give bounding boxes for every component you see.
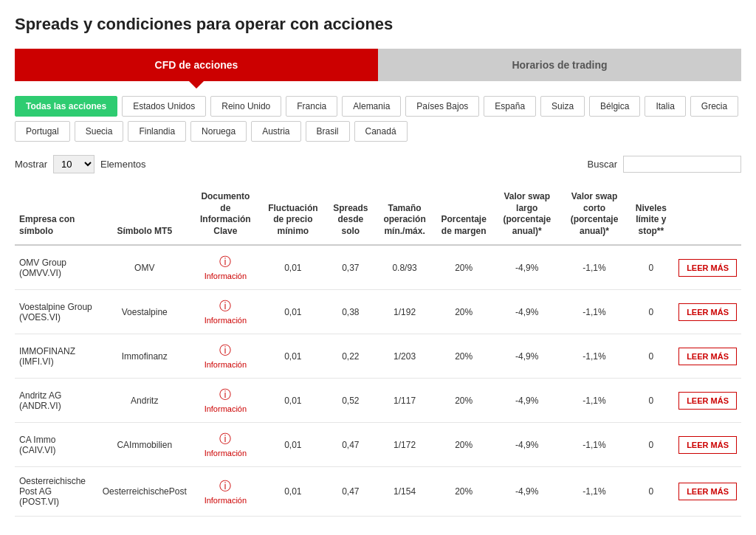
col-header-swap_corto: Valor swap corto (porcentaje anual)* xyxy=(560,184,628,245)
cell-empresa: Oesterreichische Post AG (POST.VI) xyxy=(15,467,98,517)
info-icon: ⓘ xyxy=(219,432,231,447)
filter-btn-todas[interactable]: Todas las acciones xyxy=(15,96,117,117)
filter-btn-canada[interactable]: Canadá xyxy=(354,121,408,142)
cell-empresa: IMMOFINANZ (IMFI.VI) xyxy=(15,334,98,379)
filter-btn-eeuu[interactable]: Estados Unidos xyxy=(122,96,206,117)
cell-spreads: 0,37 xyxy=(326,245,375,290)
cell-swap-largo: -4,9% xyxy=(493,423,560,467)
cell-empresa: OMV Group (OMVV.VI) xyxy=(15,245,98,290)
filter-btn-paises[interactable]: Países Bajos xyxy=(405,96,479,117)
cell-fluctuacion: 0,01 xyxy=(260,334,326,379)
show-select[interactable]: 102550100 xyxy=(53,155,94,173)
cell-swap-largo: -4,9% xyxy=(493,290,560,334)
cell-fluctuacion: 0,01 xyxy=(260,467,326,517)
cell-niveles: 0 xyxy=(628,245,674,290)
filter-btn-portugal[interactable]: Portugal xyxy=(15,121,70,142)
leer-mas-button[interactable]: LEER MÁS xyxy=(678,259,737,277)
cell-btn[interactable]: LEER MÁS xyxy=(674,334,741,379)
col-header-swap_largo: Valor swap largo (porcentaje anual)* xyxy=(493,184,560,245)
cell-niveles: 0 xyxy=(628,334,674,379)
info-text: Información xyxy=(205,496,247,505)
filter-btn-reino[interactable]: Reino Unido xyxy=(210,96,281,117)
controls-bar: Mostrar 102550100 Elementos Buscar xyxy=(15,155,741,173)
search-input[interactable] xyxy=(623,156,741,173)
info-link[interactable]: ⓘInformación xyxy=(196,343,255,369)
tab-horarios[interactable]: Horarios de trading xyxy=(378,49,741,81)
page-title: Spreads y condiciones para operar con ac… xyxy=(15,15,741,34)
cell-simbolo: Immofinanz xyxy=(98,334,191,379)
cell-btn[interactable]: LEER MÁS xyxy=(674,379,741,423)
cell-btn[interactable]: LEER MÁS xyxy=(674,290,741,334)
cell-empresa: CA Immo (CAIV.VI) xyxy=(15,423,98,467)
cell-empresa: Andritz AG (ANDR.VI) xyxy=(15,379,98,423)
cell-info: ⓘInformación xyxy=(191,379,260,423)
cell-niveles: 0 xyxy=(628,467,674,517)
filter-btn-belgica[interactable]: Bélgica xyxy=(589,96,640,117)
cell-porcentaje: 20% xyxy=(434,290,493,334)
cell-fluctuacion: 0,01 xyxy=(260,245,326,290)
info-link[interactable]: ⓘInformación xyxy=(196,432,255,458)
col-header-niveles: Niveles límite y stop** xyxy=(628,184,674,245)
col-header-accion xyxy=(674,184,741,245)
cell-btn[interactable]: LEER MÁS xyxy=(674,245,741,290)
cell-porcentaje: 20% xyxy=(434,467,493,517)
cell-porcentaje: 20% xyxy=(434,245,493,290)
info-icon: ⓘ xyxy=(219,387,231,403)
filter-btn-finlandia[interactable]: Finlandia xyxy=(128,121,186,142)
search-controls: Buscar xyxy=(588,156,741,173)
cell-spreads: 0,47 xyxy=(326,423,375,467)
col-header-documento: Documento de Información Clave xyxy=(191,184,260,245)
cell-spreads: 0,47 xyxy=(326,467,375,517)
filter-btn-francia[interactable]: Francia xyxy=(286,96,337,117)
col-header-simbolo: Símbolo MT5 xyxy=(98,184,191,245)
info-icon: ⓘ xyxy=(219,479,231,494)
cell-porcentaje: 20% xyxy=(434,334,493,379)
filter-btn-suiza[interactable]: Suiza xyxy=(540,96,585,117)
leer-mas-button[interactable]: LEER MÁS xyxy=(678,303,737,321)
leer-mas-button[interactable]: LEER MÁS xyxy=(678,436,737,454)
table-row: Oesterreichische Post AG (POST.VI)Oester… xyxy=(15,467,741,517)
filter-bar: Todas las accionesEstados UnidosReino Un… xyxy=(15,96,741,142)
cell-swap-largo: -4,9% xyxy=(493,245,560,290)
leer-mas-button[interactable]: LEER MÁS xyxy=(678,392,737,410)
filter-btn-noruega[interactable]: Noruega xyxy=(190,121,247,142)
show-label: Mostrar xyxy=(15,159,47,170)
col-header-spreads: Spreads desde solo xyxy=(326,184,375,245)
filter-btn-alemania[interactable]: Alemania xyxy=(342,96,401,117)
cell-btn[interactable]: LEER MÁS xyxy=(674,467,741,517)
info-text: Información xyxy=(205,360,247,369)
cell-porcentaje: 20% xyxy=(434,379,493,423)
info-link[interactable]: ⓘInformación xyxy=(196,479,255,505)
table-row: OMV Group (OMVV.VI)OMVⓘInformación0,010,… xyxy=(15,245,741,290)
filter-btn-brasil[interactable]: Brasil xyxy=(306,121,350,142)
leer-mas-button[interactable]: LEER MÁS xyxy=(678,348,737,365)
cell-tamano: 1/203 xyxy=(375,334,434,379)
filter-btn-espana[interactable]: España xyxy=(484,96,536,117)
filter-btn-italia[interactable]: Italia xyxy=(645,96,685,117)
tab-cfd[interactable]: CFD de acciones xyxy=(15,49,378,81)
show-controls: Mostrar 102550100 Elementos xyxy=(15,155,145,173)
cell-swap-corto: -1,1% xyxy=(560,290,628,334)
cell-swap-corto: -1,1% xyxy=(560,245,628,290)
leer-mas-button[interactable]: LEER MÁS xyxy=(678,483,737,500)
cell-spreads: 0,38 xyxy=(326,290,375,334)
cell-tamano: 1/192 xyxy=(375,290,434,334)
filter-btn-suecia[interactable]: Suecia xyxy=(75,121,124,142)
cell-spreads: 0,52 xyxy=(326,379,375,423)
info-link[interactable]: ⓘInformación xyxy=(196,299,255,325)
cell-simbolo: OesterreichischePost xyxy=(98,467,191,517)
col-header-fluctuacion: Fluctuación de precio mínimo xyxy=(260,184,326,245)
table-row: Voestalpine Group (VOES.VI)VoestalpineⓘI… xyxy=(15,290,741,334)
info-link[interactable]: ⓘInformación xyxy=(196,387,255,413)
info-icon: ⓘ xyxy=(219,343,231,359)
cell-tamano: 1/172 xyxy=(375,423,434,467)
elements-label: Elementos xyxy=(100,159,145,170)
filter-btn-austria[interactable]: Austria xyxy=(251,121,300,142)
cell-btn[interactable]: LEER MÁS xyxy=(674,423,741,467)
info-link[interactable]: ⓘInformación xyxy=(196,255,255,280)
cell-info: ⓘInformación xyxy=(191,245,260,290)
info-icon: ⓘ xyxy=(219,255,231,270)
info-icon: ⓘ xyxy=(219,299,231,314)
tabs-bar: CFD de acciones Horarios de trading xyxy=(15,49,741,81)
filter-btn-grecia[interactable]: Grecia xyxy=(690,96,738,117)
